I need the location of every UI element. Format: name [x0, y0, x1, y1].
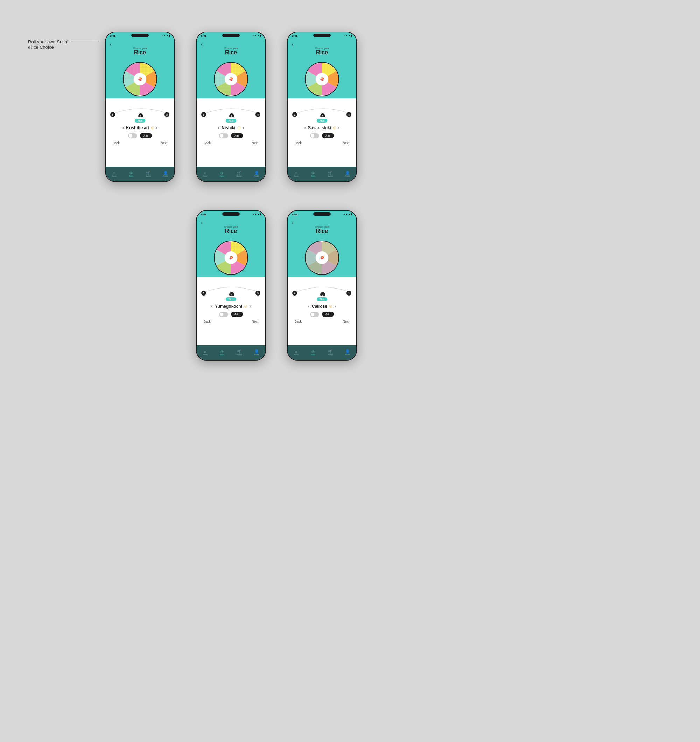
rice-title: Rice	[201, 49, 261, 56]
nav-basket[interactable]: 🛒 Basket	[328, 171, 333, 177]
toggle[interactable]	[219, 133, 228, 138]
nav-home[interactable]: ⌂ Home	[203, 171, 207, 177]
toggle[interactable]	[128, 133, 137, 138]
back-chevron[interactable]: ‹	[110, 41, 112, 47]
add-button[interactable]: Add	[140, 133, 152, 138]
wheel: 🍣	[304, 240, 340, 275]
info-icon[interactable]: ⓘ	[333, 126, 336, 130]
back-chevron[interactable]: ‹	[201, 220, 203, 225]
rice-name-row: ‹ Sasanishiki ⓘ ›	[288, 125, 356, 130]
info-icon[interactable]: ⓘ	[238, 126, 240, 130]
nav-home[interactable]: ⌂ Home	[294, 349, 299, 356]
arc-svg: 1 3 2	[197, 100, 265, 117]
svg-text:1: 1	[203, 113, 204, 116]
add-button[interactable]: Add	[322, 312, 334, 317]
dynamic-island	[313, 212, 331, 216]
nav-profile[interactable]: 👤 Profile	[345, 349, 350, 356]
rice-title: Rice	[292, 228, 352, 234]
back-link[interactable]: Back	[113, 141, 120, 144]
prev-arrow[interactable]: ‹	[304, 125, 306, 130]
basket-icon: 🛒	[237, 349, 241, 353]
phone-content: 4 1 5 Rice ‹ Calrose ⓘ › Add	[288, 277, 356, 345]
bottom-nav: ⌂ Home ◎ Roll it 🛒 Basket 👤 Profile	[106, 167, 174, 181]
nav-rollit[interactable]: ◎ Roll it	[220, 171, 224, 177]
add-button[interactable]: Add	[231, 133, 243, 138]
prev-arrow[interactable]: ‹	[218, 125, 219, 130]
nav-basket[interactable]: 🛒 Basket	[328, 349, 333, 356]
back-link[interactable]: Back	[295, 141, 302, 144]
rice-name-row: ‹ Yumegokochi ⓘ ›	[197, 304, 265, 309]
back-link[interactable]: Back	[295, 320, 302, 323]
add-button[interactable]: Add	[231, 312, 243, 317]
nav-profile[interactable]: 👤 Profile	[254, 171, 259, 177]
nav-home-label: Home	[294, 354, 299, 356]
next-link[interactable]: Next	[161, 141, 167, 144]
badge-row: Rice	[288, 296, 356, 303]
next-arrow[interactable]: ›	[334, 304, 336, 309]
toggle[interactable]	[310, 133, 319, 138]
info-icon[interactable]: ⓘ	[151, 126, 154, 130]
toggle-add-row: Add	[197, 133, 265, 138]
dynamic-island	[222, 212, 240, 216]
toggle[interactable]	[219, 312, 228, 317]
nav-home[interactable]: ⌂ Home	[294, 171, 299, 177]
prev-arrow[interactable]: ‹	[212, 304, 213, 309]
back-link[interactable]: Back	[204, 141, 211, 144]
svg-text:1: 1	[140, 115, 141, 117]
nav-rollit[interactable]: ◎ Roll it	[129, 171, 133, 177]
nav-profile[interactable]: 👤 Profile	[254, 349, 259, 356]
nav-basket[interactable]: 🛒 Basket	[237, 349, 242, 356]
next-link[interactable]: Next	[343, 320, 349, 323]
next-link[interactable]: Next	[251, 141, 258, 144]
toggle[interactable]	[310, 312, 319, 317]
rice-name: Yumegokochi	[215, 304, 242, 309]
roll-icon: ◎	[129, 171, 133, 175]
nav-rollit[interactable]: ◎ Roll it	[220, 349, 224, 356]
svg-text:🍣: 🍣	[229, 256, 234, 260]
info-icon[interactable]: ⓘ	[329, 305, 332, 309]
prev-arrow[interactable]: ‹	[122, 125, 124, 130]
wheel-container: × 🍣	[288, 60, 356, 99]
phone-header: ‹ Choose your Rice	[197, 39, 265, 60]
nav-home[interactable]: ⌂ Home	[112, 171, 116, 177]
nav-profile[interactable]: 👤 Profile	[345, 171, 350, 177]
nav-dots: 5 2 1	[106, 100, 174, 117]
nav-rollit-label: Roll it	[220, 175, 224, 177]
svg-text:🍣: 🍣	[138, 77, 143, 82]
next-link[interactable]: Next	[343, 141, 349, 144]
nav-home[interactable]: ⌂ Home	[203, 349, 207, 356]
choose-label: Choose your	[201, 47, 261, 49]
next-arrow[interactable]: ›	[156, 125, 157, 130]
badge-row: Rice	[197, 296, 265, 303]
wheel: × 🍣	[304, 62, 340, 97]
nav-rollit[interactable]: ◎ Roll it	[311, 171, 315, 177]
choose-label: Choose your	[201, 225, 261, 228]
wheel: 🍣	[213, 62, 249, 97]
back-link[interactable]: Back	[204, 320, 211, 323]
next-link[interactable]: Next	[251, 320, 258, 323]
add-button[interactable]: Add	[322, 133, 334, 138]
basket-icon: 🛒	[146, 171, 150, 175]
rice-title: Rice	[292, 49, 352, 56]
back-next-row: Back Next	[288, 140, 356, 146]
dynamic-island	[313, 34, 331, 37]
pie-chart: 🍣	[122, 62, 157, 97]
info-icon[interactable]: ⓘ	[244, 305, 247, 309]
rice-badge: Rice	[226, 119, 236, 122]
nav-basket-label: Basket	[146, 175, 151, 177]
bottom-nav: ⌂ Home ◎ Roll it 🛒 Basket 👤 Profile	[197, 167, 265, 181]
phone-content: 5 2 1 Rice ‹ Koshihikari ⓘ ›	[106, 99, 174, 167]
nav-profile[interactable]: 👤 Profile	[163, 171, 168, 177]
bottom-nav: ⌂ Home ◎ Roll it 🛒 Basket 👤 Profile	[288, 345, 356, 360]
next-arrow[interactable]: ›	[243, 125, 244, 130]
next-arrow[interactable]: ›	[338, 125, 340, 130]
choose-label: Choose your	[292, 225, 352, 228]
nav-basket[interactable]: 🛒 Basket	[146, 171, 151, 177]
nav-basket[interactable]: 🛒 Basket	[237, 171, 242, 177]
prev-arrow[interactable]: ‹	[308, 304, 310, 309]
back-chevron[interactable]: ‹	[292, 220, 294, 225]
back-chevron[interactable]: ‹	[201, 41, 203, 47]
back-chevron[interactable]: ‹	[292, 41, 294, 47]
nav-rollit[interactable]: ◎ Roll it	[311, 349, 315, 356]
next-arrow[interactable]: ›	[249, 304, 251, 309]
